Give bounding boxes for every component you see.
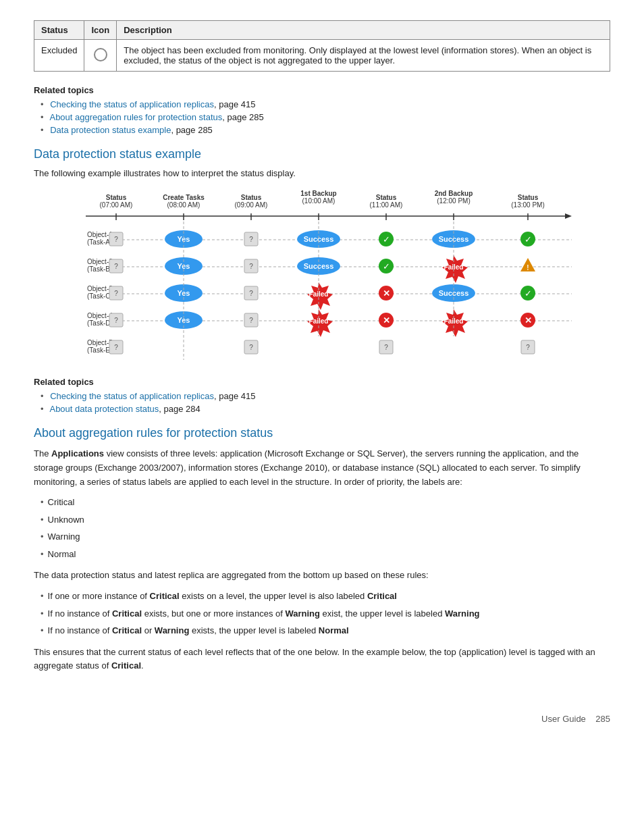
link-checking-replicas-1[interactable]: Checking the status of application repli…	[50, 99, 214, 109]
priority-list: Critical Unknown Warning Normal	[34, 496, 610, 561]
related-topics-2-title: Related topics	[34, 377, 610, 387]
excluded-circle-icon	[94, 48, 107, 61]
list-item: Data protection status example, page 285	[41, 125, 610, 135]
svg-marker-15	[565, 213, 572, 219]
svg-text:2nd Backup: 2nd Backup	[435, 190, 473, 197]
svg-text:(10:00 AM): (10:00 AM)	[302, 197, 336, 205]
list-item: If one or more instance of Critical exis…	[41, 590, 610, 603]
link-suffix: , page 285	[222, 112, 263, 122]
section1-intro: The following example illustrates how to…	[34, 168, 610, 178]
list-item: Checking the status of application repli…	[41, 99, 610, 109]
svg-text:?: ?	[249, 317, 253, 324]
svg-text:(11:00 AM): (11:00 AM)	[370, 201, 403, 209]
status-icon-table: Status Icon Description Excluded The obj…	[34, 20, 610, 72]
list-item: Checking the status of application repli…	[41, 391, 610, 401]
svg-text:✕: ✕	[525, 315, 532, 325]
svg-text:?: ?	[526, 344, 530, 351]
svg-text:Object-1: Object-1	[87, 231, 113, 238]
col-status: Status	[34, 21, 84, 40]
svg-text:?: ?	[114, 317, 118, 324]
svg-text:Status: Status	[518, 194, 539, 201]
svg-text:?: ?	[114, 344, 118, 351]
svg-text:?: ?	[249, 236, 253, 243]
link-suffix: , page 415	[214, 99, 255, 109]
rules-list: If one or more instance of Critical exis…	[34, 590, 610, 637]
svg-text:✓: ✓	[525, 288, 532, 298]
svg-text:?: ?	[249, 290, 253, 297]
list-item: Warning	[41, 530, 610, 544]
svg-text:Object-2: Object-2	[87, 258, 113, 265]
section2-para2: The data protection status and latest re…	[34, 569, 610, 583]
svg-text:✕: ✕	[383, 315, 390, 325]
svg-text:?: ?	[384, 344, 388, 351]
list-item: Critical	[41, 496, 610, 509]
svg-text:(07:00 AM): (07:00 AM)	[100, 201, 133, 209]
page-footer: User Guide 285	[34, 714, 610, 724]
related-topics-1-title: Related topics	[34, 85, 610, 95]
svg-text:(Task-C): (Task-C)	[87, 292, 113, 300]
svg-text:1st Backup: 1st Backup	[300, 190, 336, 197]
list-item: Unknown	[41, 513, 610, 527]
svg-text:Status: Status	[241, 194, 262, 201]
link-suffix: , page 284	[159, 404, 200, 414]
svg-text:(Task-E): (Task-E)	[87, 346, 112, 354]
status-diagram: Status (07:00 AM) Create Tasks (08:00 AM…	[34, 188, 610, 363]
svg-text:Object-3: Object-3	[87, 285, 113, 292]
svg-text:(09:00 AM): (09:00 AM)	[235, 201, 268, 209]
svg-text:(Task-D): (Task-D)	[87, 319, 113, 327]
svg-text:(08:00 AM): (08:00 AM)	[167, 201, 200, 209]
svg-text:Create Tasks: Create Tasks	[163, 194, 205, 201]
link-suffix: , page 285	[171, 125, 212, 135]
svg-text:?: ?	[114, 290, 118, 297]
svg-text:(13:00 PM): (13:00 PM)	[511, 201, 544, 209]
related-topics-2-list: Checking the status of application repli…	[34, 391, 610, 414]
related-topics-1: Related topics Checking the status of ap…	[34, 85, 610, 135]
svg-text:Object-4: Object-4	[87, 312, 113, 319]
list-item: Normal	[41, 548, 610, 561]
list-item: About aggregation rules for protection s…	[41, 112, 610, 122]
svg-text:?: ?	[249, 263, 253, 270]
icon-cell	[84, 40, 117, 72]
svg-text:✓: ✓	[383, 234, 390, 244]
related-topics-1-list: Checking the status of application repli…	[34, 99, 610, 135]
svg-text:✓: ✓	[383, 261, 390, 271]
svg-text:✕: ✕	[383, 288, 390, 298]
diagram-svg: Status (07:00 AM) Create Tasks (08:00 AM…	[45, 188, 599, 363]
svg-text:?: ?	[249, 344, 253, 351]
description-cell: The object has been excluded from monito…	[117, 40, 610, 72]
svg-text:Object-5: Object-5	[87, 339, 113, 346]
link-aggregation-rules[interactable]: About aggregation rules for protection s…	[49, 112, 222, 122]
section2-para1: The Applications view consists of three …	[34, 447, 610, 489]
link-data-protection-example[interactable]: Data protection status example	[50, 125, 171, 135]
list-item: About data protection status, page 284	[41, 404, 610, 414]
col-icon: Icon	[84, 21, 117, 40]
related-topics-2: Related topics Checking the status of ap…	[34, 377, 610, 414]
table-row: Excluded The object has been excluded fr…	[34, 40, 610, 72]
section2-para3: This ensures that the current status of …	[34, 646, 610, 674]
status-cell: Excluded	[34, 40, 84, 72]
link-checking-replicas-2[interactable]: Checking the status of application repli…	[50, 391, 214, 401]
svg-text:?: ?	[114, 263, 118, 270]
svg-text:✓: ✓	[525, 234, 532, 244]
page-number: 285	[595, 714, 610, 724]
svg-text:(12:00 PM): (12:00 PM)	[437, 197, 470, 205]
svg-text:(Task-B): (Task-B)	[87, 265, 112, 273]
svg-text:Status: Status	[106, 194, 127, 201]
link-data-protection-status[interactable]: About data protection status	[49, 404, 159, 414]
col-description: Description	[117, 21, 610, 40]
svg-text:?: ?	[114, 236, 118, 243]
list-item: If no instance of Critical or Warning ex…	[41, 624, 610, 637]
list-item: If no instance of Critical exists, but o…	[41, 607, 610, 621]
footer-label: User Guide	[541, 714, 586, 724]
link-suffix: , page 415	[214, 391, 255, 401]
svg-text:!: !	[527, 264, 529, 271]
svg-text:(Task-A): (Task-A)	[87, 238, 112, 246]
section1-heading: Data protection status example	[34, 147, 610, 161]
svg-text:Status: Status	[376, 194, 397, 201]
section2-heading: About aggregation rules for protection s…	[34, 426, 610, 440]
